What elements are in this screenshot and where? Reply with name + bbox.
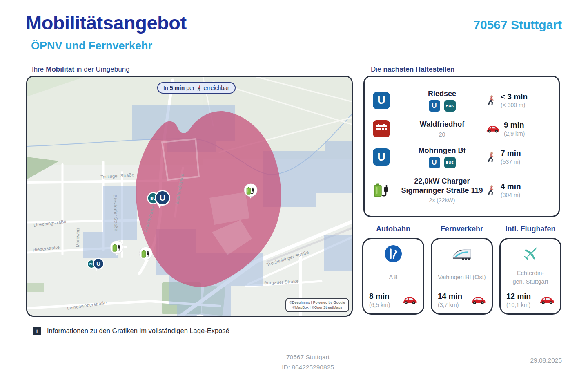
card-box: Echterdin- gen, Stuttgart 12 min (10,1 k… bbox=[499, 238, 561, 315]
badge-mid: per bbox=[186, 85, 194, 91]
footer-id: ID: 864225290825 bbox=[251, 363, 365, 373]
badge-suffix: erreichbar bbox=[204, 85, 229, 91]
time-value: < 3 min bbox=[501, 92, 528, 102]
destination-name: A 8 bbox=[389, 263, 398, 291]
stop-name: Waldfriedhof bbox=[420, 120, 464, 129]
car-icon bbox=[471, 295, 486, 305]
time-block: 12 min (10,1 km) bbox=[506, 291, 531, 309]
stop-row-waldfriedhof: Waldfriedhof 20 9 min (2,9 km) bbox=[373, 120, 553, 138]
map-section-label: Ihre Mobilität in der Umgebung bbox=[32, 65, 130, 74]
distance-value: (< 300 m) bbox=[501, 101, 528, 109]
travel-time: < 3 min (< 300 m) bbox=[484, 92, 553, 109]
plane-icon bbox=[523, 244, 538, 263]
nearest-stops-card: U Riedsee U BUS < 3 min (< 300 m) bbox=[363, 76, 560, 217]
car-icon bbox=[402, 295, 417, 305]
ubahn-badge: U bbox=[429, 100, 440, 112]
time-block: 4 min (304 m) bbox=[501, 181, 521, 199]
park bbox=[27, 283, 44, 292]
stop-name: Möhringen Bf bbox=[419, 146, 466, 155]
stop-info: Waldfriedhof 20 bbox=[400, 120, 484, 138]
time-value: 8 min bbox=[369, 291, 390, 301]
map-label-bold: Mobilität bbox=[46, 65, 74, 74]
distance-value: (304 m) bbox=[501, 191, 521, 199]
walk-icon bbox=[486, 152, 497, 163]
walk-icon bbox=[196, 85, 202, 91]
ubahn-badge: U bbox=[429, 157, 440, 168]
distance-value: (3,7 km) bbox=[438, 301, 462, 309]
destination-name: Echterdin- gen, Stuttgart bbox=[512, 263, 548, 291]
time-block: 14 min (3,7 km) bbox=[438, 291, 462, 309]
mode-badges: U BUS bbox=[429, 100, 456, 112]
mode-badges: U BUS bbox=[429, 157, 456, 168]
car-icon bbox=[486, 124, 500, 134]
autobahn-card: Autobahn A 8 8 min (6,5 km) bbox=[362, 225, 424, 315]
distance-value: (6,5 km) bbox=[369, 301, 390, 309]
flughafen-card: Intl. Flughafen Echterdin- gen, Stuttgar… bbox=[499, 225, 561, 315]
stop-info: 22,0kW Charger Sigmaringer Straße 119 2x… bbox=[400, 177, 484, 204]
bus-badge: BUS bbox=[444, 100, 456, 112]
motorway-icon bbox=[384, 244, 402, 263]
card-title: Intl. Flughafen bbox=[499, 225, 561, 233]
attribution-line2: ©MapBox | ©OpenStreetMaps bbox=[288, 305, 347, 310]
page-title: Mobilitätsangebot bbox=[26, 11, 187, 34]
page-location: 70567 Stuttgart bbox=[473, 18, 562, 32]
page-subtitle: ÖPNV und Fernverkehr bbox=[31, 40, 152, 52]
card-bottom: 12 min (10,1 km) bbox=[506, 291, 555, 309]
stop-info: Möhringen Bf U BUS bbox=[400, 146, 484, 169]
bus-badge: BUS bbox=[444, 157, 456, 168]
destination-line2: gen, Stuttgart bbox=[512, 278, 548, 286]
card-title: Autobahn bbox=[362, 225, 424, 233]
travel-time: 7 min (537 m) bbox=[484, 148, 553, 166]
street-label: Moroweg bbox=[75, 228, 80, 247]
isochrone-map: BU U BU U U Taillinger Straße Binsdorfer… bbox=[26, 76, 353, 317]
badge-time: 5 min bbox=[170, 85, 185, 91]
line-number: 20 bbox=[439, 131, 445, 138]
card-title: Fernverkehr bbox=[431, 225, 493, 233]
map-label-suffix: in der Umgebung bbox=[76, 65, 129, 74]
distance-value: (10,1 km) bbox=[506, 301, 531, 309]
destination-name: Vaihingen Bf (Ost) bbox=[438, 263, 486, 291]
card-box: Vaihingen Bf (Ost) 14 min (3,7 km) bbox=[431, 238, 493, 315]
stop-name: 22,0kW Charger Sigmaringer Straße 119 bbox=[400, 177, 484, 195]
time-block: 9 min (2,9 km) bbox=[504, 120, 525, 137]
report-date: 29.08.2025 bbox=[530, 357, 562, 364]
walk-time-badge: In 5 min per erreichbar bbox=[157, 82, 236, 94]
distance-value: (537 m) bbox=[501, 158, 521, 166]
u-marker-label: U bbox=[160, 193, 165, 202]
map-attribution: ©DeepImmo | Powered by Google ©MapBox | … bbox=[285, 298, 349, 312]
bus-glyph bbox=[373, 120, 390, 137]
ubahn-icon: U bbox=[373, 148, 390, 166]
stops-section-label: Die nächsten Haltestellen bbox=[371, 65, 454, 74]
plane-glyph bbox=[523, 246, 538, 262]
map-label-prefix: Ihre bbox=[32, 65, 44, 74]
motorway-glyph bbox=[384, 245, 402, 263]
time-value: 12 min bbox=[506, 291, 531, 301]
charger-spec: 2x (22kW) bbox=[429, 197, 455, 204]
time-value: 9 min bbox=[504, 120, 525, 130]
attribution-line1: ©DeepImmo | Powered by Google bbox=[288, 300, 347, 305]
ubahn-icon: U bbox=[373, 92, 390, 109]
charger-icon bbox=[373, 181, 390, 199]
footer-location: 70567 Stuttgart bbox=[251, 352, 365, 363]
info-icon: i bbox=[33, 327, 41, 335]
train-glyph bbox=[452, 248, 471, 260]
walk-icon bbox=[486, 185, 497, 196]
stops-label-bold: nächsten Haltestellen bbox=[383, 65, 455, 74]
train-icon bbox=[452, 244, 471, 263]
fernverkehr-card: Fernverkehr Vaihingen Bf (Ost) 14 min (3… bbox=[431, 225, 493, 315]
charger-glyph bbox=[373, 182, 390, 198]
info-note: i Informationen zu den Grafiken im volls… bbox=[33, 327, 229, 335]
info-text: Informationen zu den Grafiken im vollstä… bbox=[47, 327, 229, 335]
document-meta: 70567 Stuttgart ID: 864225290825 bbox=[251, 352, 365, 373]
distance-value: (2,9 km) bbox=[504, 130, 525, 137]
travel-time: 4 min (304 m) bbox=[484, 181, 553, 199]
stop-row-riedsee: U Riedsee U BUS < 3 min (< 300 m) bbox=[373, 89, 553, 112]
stops-label-prefix: Die bbox=[371, 65, 381, 74]
destination-line1: Echterdin- bbox=[512, 269, 548, 277]
walk-icon bbox=[486, 95, 497, 106]
time-value: 4 min bbox=[501, 181, 521, 191]
time-block: 7 min (537 m) bbox=[501, 148, 521, 166]
time-value: 14 min bbox=[438, 291, 462, 301]
u-marker-label: U bbox=[96, 260, 100, 267]
card-bottom: 8 min (6,5 km) bbox=[368, 291, 418, 309]
